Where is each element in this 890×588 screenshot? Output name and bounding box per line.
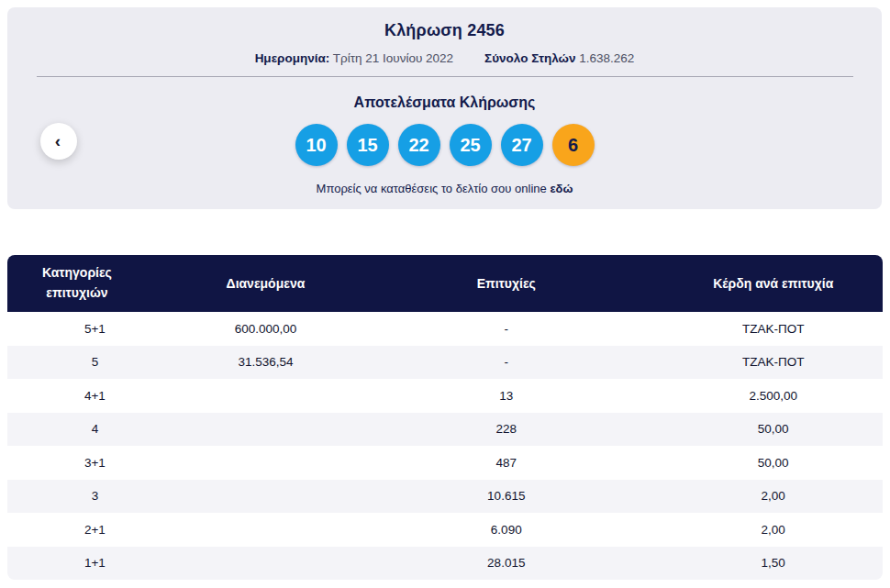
table-row: 531.536,54-ΤΖΑΚ-ΠΟΤ bbox=[7, 346, 883, 380]
cell-category: 4+1 bbox=[7, 379, 183, 413]
draw-title: Κλήρωση 2456 bbox=[7, 21, 882, 40]
cell-distributed: 31.536,54 bbox=[183, 346, 349, 380]
online-cta: Μπορείς να καταθέσεις το δελτίο σου onli… bbox=[7, 182, 882, 195]
column-header: Κατηγορίες επιτυχιών bbox=[7, 255, 183, 312]
cell-category: 1+1 bbox=[7, 547, 183, 581]
cell-distributed: 600.000,00 bbox=[183, 312, 349, 346]
cell-prize: ΤΖΑΚ-ΠΟΤ bbox=[663, 312, 883, 346]
cell-category: 5+1 bbox=[7, 312, 183, 346]
cell-winners: 487 bbox=[349, 446, 663, 480]
winning-numbers: 10152225276 bbox=[7, 124, 882, 166]
cell-distributed bbox=[183, 446, 349, 480]
draw-date: Ημερομηνία: Τρίτη 21 Ιουνίου 2022 bbox=[255, 51, 453, 65]
column-header: Κέρδη ανά επιτυχία bbox=[663, 255, 883, 312]
chevron-left-icon: ‹ bbox=[55, 132, 61, 150]
date-value: Τρίτη 21 Ιουνίου 2022 bbox=[333, 51, 453, 65]
winning-number-ball: 10 bbox=[295, 124, 338, 166]
divider bbox=[37, 76, 853, 77]
table-body: 5+1600.000,00-ΤΖΑΚ-ΠΟΤ531.536,54-ΤΖΑΚ-ΠΟ… bbox=[7, 312, 883, 580]
cell-category: 4 bbox=[7, 413, 183, 447]
cell-distributed bbox=[183, 513, 349, 547]
winning-number-ball: 22 bbox=[398, 124, 440, 166]
cell-prize: 2,00 bbox=[663, 480, 883, 514]
cell-prize: 1,50 bbox=[663, 547, 883, 581]
results-title: Αποτελέσματα Κλήρωσης bbox=[7, 94, 882, 111]
table-row: 4+1132.500,00 bbox=[7, 379, 883, 413]
cell-distributed bbox=[183, 379, 349, 413]
table-row: 310.6152,00 bbox=[7, 480, 883, 514]
cell-category: 5 bbox=[7, 346, 183, 380]
winning-number-ball: 15 bbox=[347, 124, 389, 166]
column-header: Επιτυχίες bbox=[349, 255, 663, 312]
bonus-number-ball: 6 bbox=[552, 124, 595, 166]
draw-results-panel: Κλήρωση 2456 Ημερομηνία: Τρίτη 21 Ιουνίο… bbox=[7, 7, 882, 209]
total-columns: Σύνολο Στηλών 1.638.262 bbox=[484, 51, 634, 65]
cell-prize: 50,00 bbox=[663, 413, 883, 447]
cell-distributed bbox=[183, 413, 349, 447]
cell-prize: ΤΖΑΚ-ΠΟΤ bbox=[663, 346, 883, 380]
online-cta-text: Μπορείς να καταθέσεις το δελτίο σου onli… bbox=[317, 182, 547, 195]
date-label: Ημερομηνία: bbox=[255, 51, 330, 65]
winning-number-ball: 25 bbox=[450, 124, 492, 166]
winning-number-ball: 27 bbox=[501, 124, 543, 166]
table-row: 3+148750,00 bbox=[7, 446, 883, 480]
cell-prize: 2.500,00 bbox=[663, 379, 883, 413]
cell-winners: 10.615 bbox=[349, 480, 663, 514]
cell-prize: 50,00 bbox=[663, 446, 883, 480]
cell-distributed bbox=[183, 547, 349, 581]
total-columns-value: 1.638.262 bbox=[579, 51, 634, 65]
table-row: 5+1600.000,00-ΤΖΑΚ-ΠΟΤ bbox=[7, 312, 883, 346]
table-row: 1+128.0151,50 bbox=[7, 547, 883, 581]
cell-winners: 228 bbox=[349, 413, 663, 447]
cell-category: 3+1 bbox=[7, 446, 183, 480]
cell-winners: 13 bbox=[349, 379, 663, 413]
table-row: 2+16.0902,00 bbox=[7, 513, 883, 547]
draw-meta: Ημερομηνία: Τρίτη 21 Ιουνίου 2022 Σύνολο… bbox=[7, 51, 882, 65]
total-columns-label: Σύνολο Στηλών bbox=[484, 51, 575, 65]
cell-winners: - bbox=[349, 346, 663, 380]
cell-prize: 2,00 bbox=[663, 513, 883, 547]
cell-winners: 28.015 bbox=[349, 547, 663, 581]
online-link[interactable]: εδώ bbox=[550, 182, 573, 195]
cell-winners: 6.090 bbox=[349, 513, 663, 547]
table-row: 422850,00 bbox=[7, 413, 883, 447]
prizes-table: Κατηγορίες επιτυχιώνΔιανεμόμεναΕπιτυχίες… bbox=[7, 255, 883, 580]
table-header-row: Κατηγορίες επιτυχιώνΔιανεμόμεναΕπιτυχίες… bbox=[7, 255, 883, 312]
cell-winners: - bbox=[349, 312, 663, 346]
cell-category: 3 bbox=[7, 480, 183, 514]
page: Κλήρωση 2456 Ημερομηνία: Τρίτη 21 Ιουνίο… bbox=[0, 7, 890, 580]
column-header: Διανεμόμενα bbox=[183, 255, 349, 312]
cell-category: 2+1 bbox=[7, 513, 183, 547]
previous-draw-button[interactable]: ‹ bbox=[40, 123, 77, 160]
cell-distributed bbox=[183, 480, 349, 514]
